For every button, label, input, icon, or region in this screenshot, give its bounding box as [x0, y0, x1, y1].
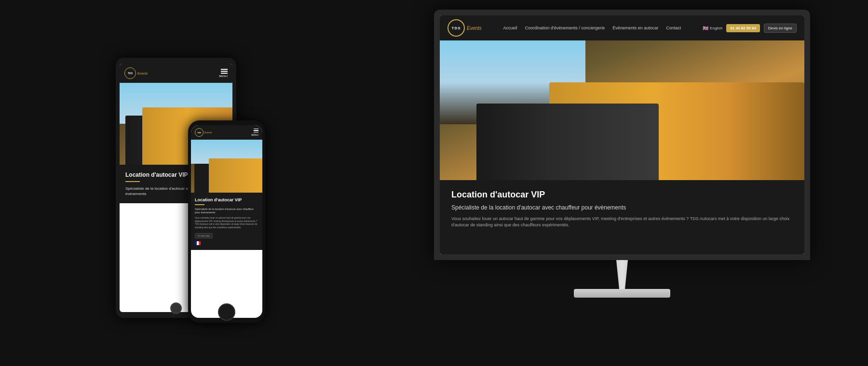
iphone-menu-line-2 — [254, 130, 258, 131]
iphone-content-body: Vous souhaitez louer un autocar haut de … — [195, 217, 258, 230]
logo-tds-text: TDS — [452, 26, 461, 30]
ipad-menu-label: MENU — [219, 75, 228, 78]
imac-screen: TDS Events Accueil Coordination d'événem… — [440, 15, 804, 254]
ipad-navbar: TDS Events MENU — [120, 64, 232, 83]
menu-line-1 — [221, 69, 228, 70]
iphone-logo-tds: TDS — [197, 131, 201, 134]
iphone-logo-events: Events — [204, 131, 212, 134]
nav-accueil[interactable]: Accueil — [503, 26, 517, 30]
ipad-logo: TDS Events — [124, 67, 148, 79]
content-subtitle: Spécialiste de la location d'autocar ave… — [451, 204, 793, 212]
language-label: English — [710, 26, 722, 30]
iphone-menu-line-1 — [254, 129, 258, 130]
ipad-home-button[interactable] — [170, 302, 182, 314]
iphone-content-title: Location d'autocar VIP — [195, 197, 258, 202]
iphone-device: TDS Events MENU — [188, 120, 265, 323]
ipad-logo-tds: TDS — [128, 72, 133, 75]
iphone-cta-button[interactable]: En savoir plus — [195, 233, 213, 238]
logo-circle: TDS — [448, 19, 465, 37]
nav-coordination[interactable]: Coordination d'événements / conciergerie — [525, 26, 605, 30]
logo-events-text: Events — [467, 26, 482, 31]
imac-stand-neck — [608, 260, 637, 289]
nav-contact[interactable]: Contact — [666, 26, 681, 30]
menu-line-2 — [221, 71, 228, 72]
ipad-menu-button[interactable]: MENU — [219, 69, 228, 78]
iphone-menu-label: MENU — [251, 133, 258, 136]
content-body: Vous souhaitez louer un autocar haut de … — [451, 216, 793, 229]
iphone-screen: TDS Events MENU — [191, 125, 262, 318]
site-navbar: TDS Events Accueil Coordination d'événem… — [440, 15, 804, 40]
language-selector[interactable]: 🇬🇧 English — [703, 26, 722, 31]
iphone-content-divider — [195, 204, 204, 205]
iphone-content-subtitle: Spécialiste de la location d'autocar ave… — [195, 208, 258, 215]
nav-evenements[interactable]: Événements en autocar — [612, 26, 658, 30]
phone-button[interactable]: 01 40 82 90 84 — [726, 24, 760, 32]
site-nav-right: 🇬🇧 English 01 40 82 90 84 Devis en ligne — [703, 24, 797, 33]
imac-base — [574, 289, 670, 298]
content-title: Location d'autocar VIP — [451, 190, 793, 200]
ipad-content-divider — [125, 181, 140, 182]
ipad-logo-events: Events — [137, 72, 148, 75]
flag-en-icon: 🇬🇧 — [703, 26, 708, 31]
menu-line-3 — [221, 73, 228, 74]
scene: TDS Events Accueil Coordination d'événem… — [0, 0, 868, 366]
site-content: Location d'autocar VIP Spécialiste de la… — [440, 180, 804, 254]
site-hero — [440, 40, 804, 180]
iphone-menu-line-3 — [254, 132, 258, 133]
iphone-logo: TDS Events — [195, 128, 212, 137]
iphone-body: TDS Events MENU — [188, 120, 265, 323]
iphone-logo-circle: TDS — [195, 128, 203, 137]
iphone-flag-section — [195, 241, 258, 245]
imac-device: TDS Events Accueil Coordination d'événem… — [434, 10, 810, 347]
flag-fr-icon — [195, 241, 201, 245]
devis-button[interactable]: Devis en ligne — [764, 24, 797, 33]
iphone-hero-bus-yellow — [209, 158, 262, 193]
hero-bus-dark — [476, 104, 659, 181]
iphone-hero — [191, 140, 262, 193]
ipad-logo-circle: TDS — [124, 67, 136, 79]
site-nav: Accueil Coordination d'événements / conc… — [491, 26, 693, 30]
hero-background — [440, 40, 804, 180]
imac-screen-outer: TDS Events Accueil Coordination d'événem… — [434, 10, 810, 260]
site-logo: TDS Events — [448, 19, 482, 37]
iphone-home-button[interactable] — [218, 303, 235, 321]
iphone-content: Location d'autocar VIP Spécialiste de la… — [191, 193, 262, 250]
iphone-menu-button[interactable]: MENU — [251, 129, 258, 137]
iphone-navbar: TDS Events MENU — [191, 125, 262, 140]
iphone-notch — [212, 120, 241, 125]
